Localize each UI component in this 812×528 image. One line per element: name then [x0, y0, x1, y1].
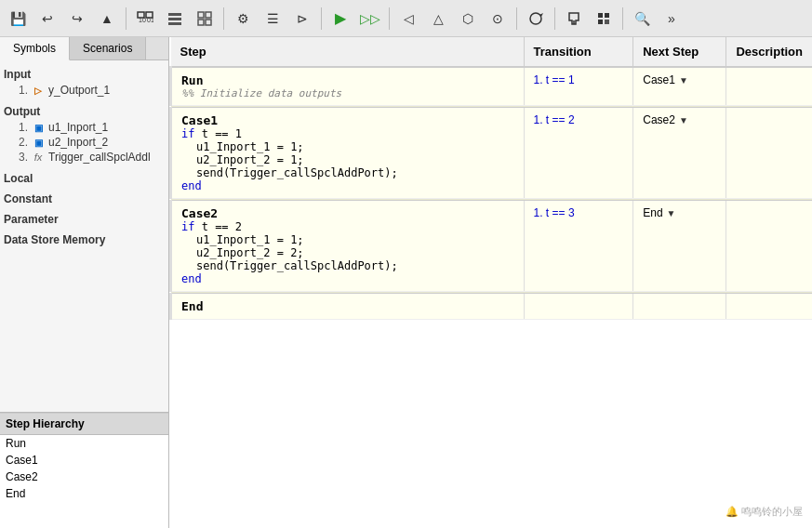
- hier-case1[interactable]: Case1: [0, 452, 168, 469]
- tb-b10[interactable]: △: [424, 5, 452, 33]
- section-data-store-memory: Data Store Memory: [4, 231, 165, 248]
- tb-b03[interactable]: [191, 5, 219, 33]
- section-local: Local: [4, 170, 165, 187]
- end-step-cell: End: [171, 294, 525, 320]
- main-layout: Symbols Scenarios Input 1. ▷ y_Outport_1…: [0, 37, 812, 528]
- end-description: [726, 294, 812, 320]
- case2-description: [726, 201, 812, 292]
- section-parameter: Parameter: [4, 211, 165, 228]
- svg-rect-15: [598, 20, 603, 24]
- case2-step-name: Case2: [181, 206, 514, 220]
- tb-b14[interactable]: [560, 5, 588, 33]
- end-transition: [524, 294, 633, 320]
- run-step-name: Run: [181, 73, 514, 87]
- run-comment: %% Initialize data outputs: [181, 87, 514, 99]
- sep1: [126, 7, 126, 30]
- svg-rect-4: [168, 13, 181, 16]
- lines-button[interactable]: ☰: [259, 5, 286, 33]
- tab-symbols[interactable]: Symbols: [0, 37, 70, 60]
- svg-rect-5: [168, 18, 181, 20]
- step-hierarchy-header: Step Hierarchy: [0, 413, 168, 435]
- output-item-u1[interactable]: 1. ▣ u1_Inport_1: [4, 120, 165, 135]
- run-next-dropdown[interactable]: ▼: [679, 75, 688, 86]
- right-content: Step Transition Next Step Description Ru…: [169, 37, 812, 528]
- output-item-trigger[interactable]: 3. fx Trigger_callSpclAddl: [4, 150, 165, 165]
- end-step-name: End: [181, 299, 514, 313]
- svg-rect-7: [198, 12, 204, 18]
- toolbar: 💾 ↩ ↪ ▲ 1001 ⚙ ☰ ⊳ ▶ ▷▷ ◁ △ ⬡ ⊙ 🔍 »: [0, 0, 812, 37]
- case2-next-step: End ▼: [633, 201, 726, 292]
- hier-end[interactable]: End: [0, 485, 168, 502]
- col-header-transition: Transition: [524, 37, 633, 67]
- run-step-cell: Run %% Initialize data outputs: [171, 67, 525, 106]
- output-item-trigger-label: Trigger_callSpclAddl: [48, 151, 151, 164]
- tb-b02[interactable]: [161, 5, 189, 33]
- sep5: [516, 7, 517, 30]
- section-constant: Constant: [4, 191, 165, 207]
- input-item-y-outport[interactable]: 1. ▷ y_Outport_1: [4, 83, 165, 98]
- step-hierarchy-panel: Step Hierarchy Run Case1 Case2 End: [0, 412, 168, 528]
- svg-rect-13: [598, 13, 603, 18]
- table-row: End: [171, 294, 813, 320]
- sep3: [321, 7, 322, 30]
- case1-description: [726, 108, 812, 199]
- run-transition: 1. t == 1: [524, 67, 633, 106]
- run-next-step: Case1 ▼: [633, 67, 726, 106]
- tab-scenarios[interactable]: Scenarios: [70, 37, 146, 59]
- tb-b12[interactable]: ⊙: [484, 5, 512, 33]
- hier-case2[interactable]: Case2: [0, 469, 168, 485]
- step-table: Step Transition Next Step Description Ru…: [169, 37, 812, 528]
- hierarchy-list: Run Case1 Case2 End: [0, 435, 168, 528]
- table-row: Case2 if t == 2 u1_Inport_1 = 1; u2_Inpo…: [171, 201, 813, 292]
- sep7: [622, 7, 623, 30]
- case1-next-dropdown[interactable]: ▼: [679, 115, 688, 125]
- case1-transition: 1. t == 2: [524, 108, 633, 199]
- svg-rect-8: [206, 12, 211, 18]
- output-item-u2[interactable]: 2. ▣ u2_Inport_2: [4, 135, 165, 150]
- input-item-label: y_Outport_1: [48, 84, 110, 97]
- sep2: [223, 7, 224, 30]
- output-item-u1-label: u1_Inport_1: [48, 121, 108, 134]
- end-next-step: [633, 294, 726, 320]
- tb-b09[interactable]: ◁: [394, 5, 422, 33]
- up-button[interactable]: ▲: [93, 5, 121, 33]
- svg-rect-9: [198, 20, 204, 25]
- steps-table: Step Transition Next Step Description Ru…: [169, 37, 812, 320]
- run-description: [726, 67, 812, 106]
- hierarchy-container: Run Case1 Case2 End: [0, 435, 168, 528]
- hier-run[interactable]: Run: [0, 435, 168, 452]
- settings-button[interactable]: ⚙: [229, 5, 257, 33]
- tb-b01[interactable]: 1001: [131, 5, 159, 33]
- tb-b11[interactable]: ⬡: [454, 5, 482, 33]
- case2-transition: 1. t == 3: [524, 201, 633, 292]
- tb-b13[interactable]: [522, 5, 550, 33]
- redo-button[interactable]: ↪: [63, 5, 91, 33]
- tb-b15[interactable]: [590, 5, 618, 33]
- table-row: Run %% Initialize data outputs 1. t == 1…: [171, 67, 813, 106]
- table-row: Case1 if t == 1 u1_Inport_1 = 1; u2_Inpo…: [171, 108, 813, 199]
- more-button[interactable]: »: [658, 5, 686, 33]
- tb-b06[interactable]: ⊳: [288, 5, 316, 33]
- case1-step-cell: Case1 if t == 1 u1_Inport_1 = 1; u2_Inpo…: [171, 108, 525, 199]
- case1-next-step: Case2 ▼: [633, 108, 726, 199]
- symbol-tree: Input 1. ▷ y_Outport_1 Output 1. ▣ u1_In…: [0, 60, 168, 412]
- step-button[interactable]: ▷▷: [356, 5, 384, 33]
- search-button[interactable]: 🔍: [628, 5, 656, 33]
- svg-rect-14: [605, 13, 609, 18]
- case2-step-cell: Case2 if t == 2 u1_Inport_1 = 1; u2_Inpo…: [171, 201, 525, 292]
- case1-step-name: Case1: [181, 113, 514, 127]
- save-button[interactable]: 💾: [4, 5, 32, 33]
- sep6: [554, 7, 555, 30]
- fx-icon: fx: [32, 151, 45, 164]
- col-header-description: Description: [726, 37, 812, 67]
- svg-rect-6: [168, 22, 181, 25]
- section-input: Input: [4, 66, 165, 83]
- undo-button[interactable]: ↩: [33, 5, 61, 33]
- svg-rect-10: [206, 20, 211, 25]
- case2-next-dropdown[interactable]: ▼: [667, 208, 676, 218]
- output-item-u2-label: u2_Inport_2: [48, 136, 108, 149]
- svg-text:01: 01: [147, 17, 153, 23]
- play-button[interactable]: ▶: [326, 5, 354, 33]
- output-port-icon: ▷: [32, 84, 45, 97]
- svg-rect-16: [605, 20, 609, 24]
